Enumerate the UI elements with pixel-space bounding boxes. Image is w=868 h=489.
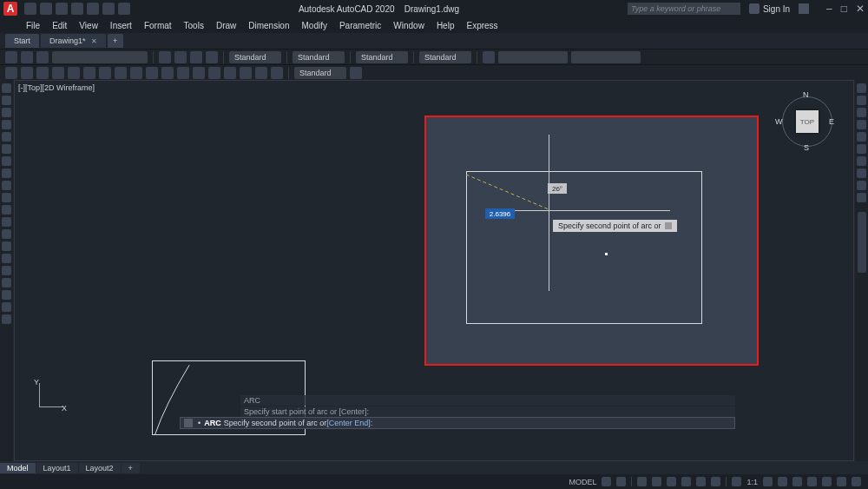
scale2-icon[interactable]	[857, 169, 866, 178]
ellipse-icon[interactable]	[2, 193, 11, 202]
copy-icon[interactable]	[146, 67, 158, 79]
region-icon[interactable]	[2, 278, 11, 287]
menu-view[interactable]: View	[79, 21, 98, 30]
menu-modify[interactable]: Modify	[302, 21, 327, 30]
insert-icon[interactable]	[2, 217, 11, 227]
more-icon[interactable]	[350, 67, 362, 79]
menu-tools[interactable]: Tools	[184, 21, 204, 30]
view-cube[interactable]: TOP N S E W	[775, 89, 836, 150]
tablestyle-dropdown[interactable]: Standard	[356, 51, 408, 63]
addselected-icon[interactable]	[2, 314, 11, 324]
minimize-button[interactable]: –	[826, 3, 832, 15]
grid-toggle-icon[interactable]	[602, 477, 611, 486]
menu-window[interactable]: Window	[393, 21, 424, 30]
ellipse-icon[interactable]	[83, 67, 95, 79]
workspace-icon[interactable]	[763, 477, 773, 486]
point-icon[interactable]	[2, 241, 11, 251]
close-button[interactable]: ✕	[856, 3, 865, 15]
offset-icon[interactable]	[271, 67, 283, 79]
cleanscreen-icon[interactable]	[837, 477, 846, 486]
polar-toggle-icon[interactable]	[652, 477, 661, 486]
rotate-icon[interactable]	[161, 67, 174, 79]
osnap-toggle-icon[interactable]	[667, 477, 676, 486]
menu-format[interactable]: Format	[144, 21, 172, 30]
otrack-toggle-icon[interactable]	[681, 477, 691, 486]
tab-model[interactable]: Model	[0, 463, 36, 473]
block-icon[interactable]	[174, 51, 187, 63]
save-icon[interactable]	[56, 3, 68, 15]
units-icon[interactable]	[792, 477, 802, 486]
group-icon[interactable]	[190, 51, 202, 63]
arc-icon[interactable]	[2, 144, 11, 154]
app-menu-button[interactable]: A	[3, 2, 17, 16]
ungroup-icon[interactable]	[206, 51, 218, 63]
block-icon[interactable]	[2, 229, 11, 239]
saveas-icon[interactable]	[71, 3, 83, 15]
undo-icon[interactable]	[102, 3, 115, 15]
layer-dropdown[interactable]	[52, 51, 148, 63]
move-icon[interactable]	[130, 67, 142, 79]
isolate-icon[interactable]	[807, 477, 817, 486]
menu-help[interactable]: Help	[437, 21, 455, 30]
ucs-icon[interactable]: Y X	[30, 378, 65, 413]
tab-start[interactable]: Start	[5, 34, 39, 48]
hatch-icon[interactable]	[99, 67, 111, 79]
rotate2-icon[interactable]	[857, 156, 866, 166]
maximize-button[interactable]: □	[841, 3, 847, 15]
offset2-icon[interactable]	[857, 120, 866, 129]
erase-icon[interactable]	[857, 83, 866, 93]
stretch-icon[interactable]	[255, 67, 267, 79]
open-icon[interactable]	[40, 3, 52, 15]
layer-states-icon[interactable]	[21, 51, 33, 63]
mirror-icon[interactable]	[193, 67, 205, 79]
menu-draw[interactable]: Draw	[216, 21, 236, 30]
menu-file[interactable]: File	[26, 21, 40, 30]
revcloud-icon[interactable]	[2, 169, 11, 178]
dimstyle-dropdown[interactable]: Standard	[293, 51, 345, 63]
menu-express[interactable]: Express	[466, 21, 497, 30]
mtext-icon[interactable]	[2, 302, 11, 312]
fillet-icon[interactable]	[224, 67, 236, 79]
line-icon[interactable]	[2, 83, 11, 93]
ellipsearc-icon[interactable]	[2, 205, 11, 215]
menu-insert[interactable]: Insert	[110, 21, 132, 30]
tab-drawing1[interactable]: Drawing1* ✕	[41, 34, 106, 48]
layer-prop-icon[interactable]	[5, 51, 17, 63]
xline-icon[interactable]	[2, 96, 11, 105]
infocenter-icon[interactable]	[799, 3, 809, 14]
snap-toggle-icon[interactable]	[616, 477, 626, 486]
viewcube-top-face[interactable]: TOP	[796, 110, 819, 133]
customize-icon[interactable]	[852, 477, 861, 486]
spline-icon[interactable]	[115, 67, 127, 79]
dynamic-distance-input[interactable]: 2.6396	[485, 208, 515, 219]
menu-parametric[interactable]: Parametric	[339, 21, 381, 30]
textstyle-dropdown[interactable]: Standard	[229, 51, 281, 63]
cmdline-handle-icon[interactable]	[184, 419, 193, 427]
new-icon[interactable]	[24, 3, 36, 15]
search-input[interactable]: Type a keyword or phrase	[628, 3, 740, 15]
array2-icon[interactable]	[857, 132, 866, 142]
bylayer-color-icon[interactable]	[483, 51, 495, 63]
ortho-toggle-icon[interactable]	[637, 477, 647, 486]
tab-new-button[interactable]: +	[108, 34, 123, 48]
bylayer-dropdown[interactable]	[498, 51, 568, 63]
copy2-icon[interactable]	[857, 96, 866, 105]
drawing-canvas[interactable]: [-][Top][2D Wireframe] TOP N S E W 26° 2…	[14, 80, 854, 461]
command-line-input[interactable]: • ARC Specify second point of arc or [Ce…	[180, 417, 735, 429]
mirror2-icon[interactable]	[857, 108, 866, 117]
gradient-icon[interactable]	[2, 266, 11, 275]
sign-in[interactable]: Sign In	[749, 3, 790, 14]
plot-icon[interactable]	[87, 3, 99, 15]
circle-icon[interactable]	[2, 156, 11, 166]
polygon-icon[interactable]	[2, 120, 11, 129]
lwt-toggle-icon[interactable]	[696, 477, 706, 486]
viewport-label[interactable]: [-][Top][2D Wireframe]	[18, 83, 95, 92]
tab-layout2[interactable]: Layout2	[79, 463, 121, 473]
trim2-icon[interactable]	[857, 193, 866, 202]
mleaderstyle-dropdown[interactable]: Standard	[419, 51, 471, 63]
hatch2-icon[interactable]	[2, 254, 11, 263]
linetype-dropdown[interactable]	[571, 51, 641, 63]
spline-icon[interactable]	[2, 181, 11, 190]
annoscale-icon[interactable]	[732, 477, 741, 486]
transparency-toggle-icon[interactable]	[711, 477, 720, 486]
